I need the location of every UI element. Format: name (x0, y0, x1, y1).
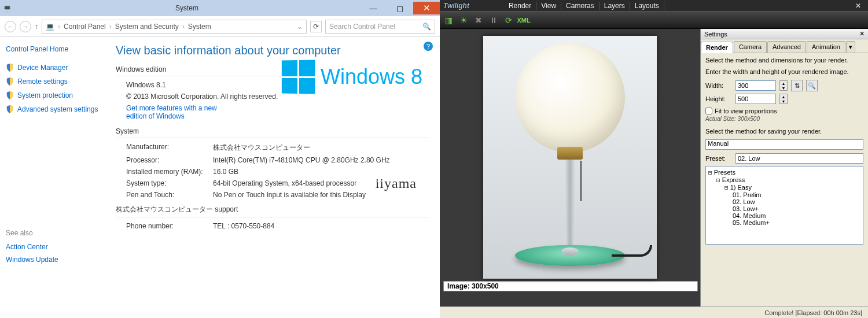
instr-3: Select the method for saving your render… (705, 128, 863, 135)
sidebar-link-system-protection[interactable]: System protection (6, 91, 110, 99)
menu-cameras[interactable]: Cameras (561, 2, 599, 10)
actual-size: Actual Size: 300x500 (705, 116, 863, 122)
titlebar: 💻 System — ▢ ✕ (0, 0, 440, 16)
forward-button[interactable]: → (20, 21, 31, 32)
film-icon[interactable]: ▥ (443, 15, 454, 25)
shield-icon (6, 105, 14, 113)
window-title: System (14, 4, 360, 12)
up-icon[interactable]: ↑ (35, 23, 38, 31)
width-input[interactable] (735, 80, 776, 91)
height-row: Height: ▲▼ (705, 94, 863, 104)
menu-layers[interactable]: Layers (599, 2, 630, 10)
menu-render[interactable]: Render (504, 2, 536, 10)
shield-icon (6, 64, 14, 72)
tab-animation[interactable]: Animation (807, 41, 845, 53)
windows-logo-text: Windows 8 (321, 65, 422, 89)
menu-bar: Twilight Render View Cameras Layers Layo… (440, 0, 868, 12)
search-icon: 🔍 (422, 23, 431, 31)
search-placeholder: Search Control Panel (329, 23, 395, 31)
tree-express[interactable]: ⊟Express (708, 176, 860, 184)
tree-leaf-4[interactable]: 05. Medium+ (708, 219, 860, 226)
row-manufacturer: Manufacturer:株式会社マウスコンピューター (116, 143, 429, 153)
save-method-select[interactable]: Manual (705, 139, 863, 150)
close-icon[interactable]: ✕ (852, 2, 865, 10)
body: Image: 300x500 Settings ✕ Render Camera … (440, 29, 868, 306)
menu-view[interactable]: View (536, 2, 561, 10)
tab-advanced[interactable]: Advanced (767, 41, 806, 53)
instr-2: Enter the width and height of your rende… (705, 68, 863, 75)
refresh-icon[interactable]: ⟳ (503, 15, 514, 25)
toolbar: ← → ↑ 💻 › Control Panel › System and Sec… (0, 16, 440, 37)
tree-root[interactable]: ⊟Presets (708, 169, 860, 176)
breadcrumb[interactable]: 💻 › Control Panel › System and Security … (42, 20, 307, 34)
tab-overflow[interactable]: ▾ (846, 41, 855, 53)
crumb-1[interactable]: System and Security (115, 23, 179, 31)
sun-icon[interactable]: ☀ (458, 15, 469, 25)
xml-icon[interactable]: XML (518, 15, 529, 25)
app-brand: Twilight (443, 2, 469, 10)
tree-leaf-3[interactable]: 04. Medium (708, 212, 860, 219)
preset-select[interactable] (735, 153, 863, 164)
tab-render[interactable]: Render (701, 42, 733, 53)
support-header: 株式会社マウスコンピューター support (116, 205, 429, 217)
crumb-dropdown-icon[interactable]: ⌄ (297, 23, 303, 31)
height-label: Height: (705, 95, 732, 102)
help-icon[interactable]: ? (424, 42, 433, 51)
system-header: System (116, 127, 429, 138)
crumb-2[interactable]: System (188, 23, 211, 31)
fit-checkbox[interactable] (705, 108, 712, 114)
back-button[interactable]: ← (5, 21, 16, 32)
zoom-icon[interactable]: 🔍 (806, 80, 818, 91)
panel-close-icon[interactable]: ✕ (859, 30, 865, 38)
seealso-windows-update[interactable]: Windows Update (6, 256, 110, 264)
shield-icon (6, 77, 14, 86)
width-label: Width: (705, 82, 732, 89)
main-panel: ? View basic information about your comp… (116, 37, 440, 318)
lamp-wire (612, 245, 652, 257)
image-label: Image: 300x500 (443, 281, 698, 291)
settings-panel: Settings ✕ Render Camera Advanced Animat… (700, 29, 868, 306)
lamp-stem (565, 160, 575, 252)
window-buttons: — ▢ ✕ (360, 2, 440, 14)
row-pen: Pen and Touch:No Pen or Touch Input is a… (116, 191, 429, 199)
twilight-window: Twilight Render View Cameras Layers Layo… (440, 0, 868, 318)
width-spinner[interactable]: ▲▼ (779, 80, 788, 91)
sidebar-link-device-manager[interactable]: Device Manager (6, 64, 110, 72)
status-text: Complete! [Elapsed: 00h 00m 23s] (764, 309, 862, 316)
close-button[interactable]: ✕ (413, 2, 440, 14)
link-icon[interactable]: ⇅ (791, 80, 803, 91)
stop-icon[interactable]: ✖ (473, 15, 484, 25)
system-window: 💻 System — ▢ ✕ ← → ↑ 💻 › Control Panel ›… (0, 0, 440, 318)
height-spinner[interactable]: ▲▼ (779, 94, 788, 104)
search-input[interactable]: Search Control Panel 🔍 (325, 20, 435, 34)
row-phone: Phone number:TEL : 0570-550-884 (116, 222, 429, 230)
refresh-button[interactable]: ⟳ (310, 21, 322, 32)
tab-camera[interactable]: Camera (734, 41, 767, 53)
lamp-globe (515, 43, 625, 153)
control-panel-home-link[interactable]: Control Panel Home (6, 45, 110, 53)
menu-layouts[interactable]: Layouts (630, 2, 664, 10)
more-features-link[interactable]: Get more features with a new edition of … (116, 104, 220, 120)
maximize-button[interactable]: ▢ (387, 2, 413, 14)
sidebar-link-remote-settings[interactable]: Remote settings (6, 77, 110, 86)
crumb-0[interactable]: Control Panel (64, 23, 106, 31)
tree-leaf-2[interactable]: 03. Low+ (708, 205, 860, 212)
settings-header: Settings ✕ (701, 29, 868, 39)
seealso-action-center[interactable]: Action Center (6, 243, 110, 251)
tree-leaf-0[interactable]: 01. Prelim (708, 191, 860, 198)
content: Control Panel Home Device Manager Remote… (0, 37, 440, 318)
instr-1: Select the method and dimensions for you… (705, 57, 863, 64)
tree-easy[interactable]: ⊟1) Easy (708, 184, 860, 191)
windows-logo-icon (282, 60, 315, 94)
status-bar: Complete! [Elapsed: 00h 00m 23s] (440, 306, 868, 318)
oem-logo: iiyama (376, 176, 417, 191)
app-icon: 💻 (0, 4, 14, 12)
location-icon: 💻 (46, 23, 54, 31)
tree-leaf-1[interactable]: 02. Low (708, 198, 860, 205)
preset-tree[interactable]: ⊟Presets ⊟Express ⊟1) Easy 01. Prelim 02… (705, 166, 863, 245)
pause-icon[interactable]: ⏸ (488, 15, 499, 25)
sidebar-link-advanced-settings[interactable]: Advanced system settings (6, 105, 110, 113)
height-input[interactable] (735, 94, 776, 104)
row-processor: Processor:Intel(R) Core(TM) i7-4810MQ CP… (116, 156, 429, 164)
minimize-button[interactable]: — (360, 2, 387, 14)
